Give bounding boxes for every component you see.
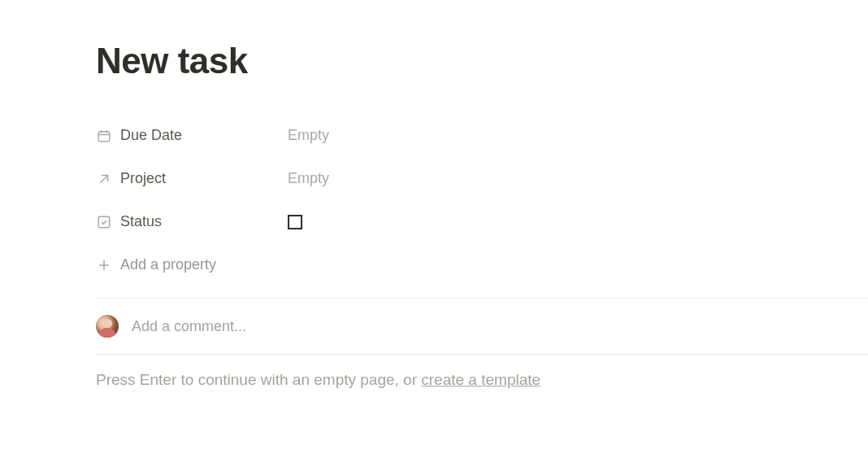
property-value-project[interactable]: Empty: [288, 170, 329, 187]
comment-input[interactable]: Add a comment...: [132, 318, 246, 335]
property-status[interactable]: Status: [96, 200, 868, 243]
property-label-status: Status: [120, 213, 162, 230]
add-property-button[interactable]: Add a property: [96, 243, 868, 286]
svg-line-4: [101, 175, 108, 182]
property-key-project: Project: [96, 170, 288, 187]
add-property-label: Add a property: [120, 256, 216, 273]
checkbox-icon: [96, 214, 112, 230]
arrow-up-right-icon: [96, 171, 112, 187]
property-label-due-date: Due Date: [120, 127, 182, 144]
property-project[interactable]: Project Empty: [96, 157, 868, 200]
svg-rect-5: [98, 216, 110, 228]
create-template-link[interactable]: create a template: [421, 371, 540, 388]
plus-icon: [96, 257, 112, 273]
properties-list: Due Date Empty Project Empty: [96, 114, 868, 286]
property-value-due-date[interactable]: Empty: [288, 127, 329, 144]
property-due-date[interactable]: Due Date Empty: [96, 114, 868, 157]
empty-page-hint: Press Enter to continue with an empty pa…: [96, 355, 868, 389]
comment-row[interactable]: Add a comment...: [96, 299, 868, 354]
property-key-status: Status: [96, 213, 288, 230]
page-title[interactable]: New task: [96, 41, 868, 81]
property-key-due-date: Due Date: [96, 127, 288, 144]
avatar: [96, 315, 119, 338]
calendar-icon: [96, 128, 112, 144]
hint-prefix: Press Enter to continue with an empty pa…: [96, 371, 421, 388]
status-checkbox[interactable]: [288, 215, 302, 229]
svg-rect-0: [98, 131, 110, 141]
property-label-project: Project: [120, 170, 166, 187]
